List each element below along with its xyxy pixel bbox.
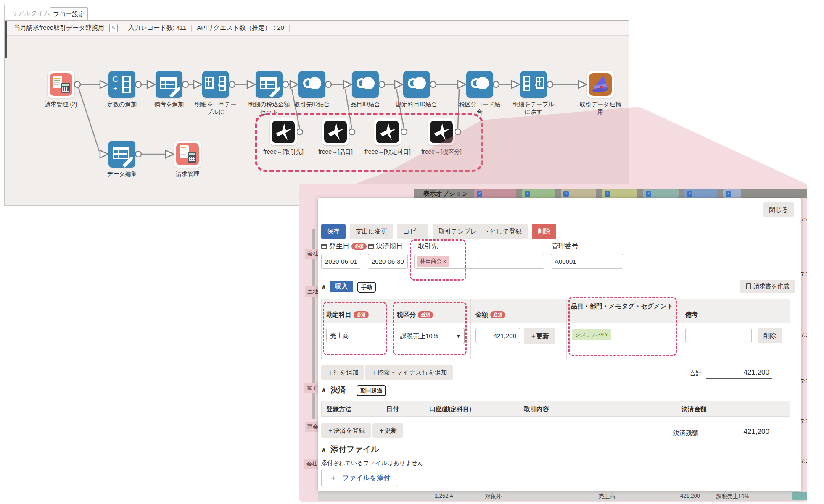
- amount-column-header: 金額 必須: [475, 311, 505, 319]
- required-badge: 必須: [490, 311, 505, 318]
- note-input[interactable]: [685, 328, 752, 343]
- close-button[interactable]: 閉じる: [763, 202, 794, 217]
- plus-icon: ＋: [329, 472, 337, 483]
- divider: [782, 491, 782, 501]
- save-button[interactable]: 保存: [321, 224, 346, 239]
- partner-label: 取引先: [418, 242, 438, 251]
- checkbox-icon: ✓: [477, 191, 482, 197]
- filter-chip[interactable]: ✓: [602, 189, 637, 198]
- filter-chip[interactable]: ✓: [522, 189, 555, 198]
- partner-tag[interactable]: 林田商会 x: [417, 256, 449, 267]
- collapse-settlement-icon[interactable]: ∧: [321, 386, 326, 394]
- delete-row-button[interactable]: 削除: [758, 328, 782, 343]
- add-row-button[interactable]: ＋行を追加: [321, 365, 364, 380]
- filter-chip[interactable]: ✓: [643, 189, 679, 198]
- background-button: [792, 492, 807, 500]
- checkbox-icon: ✓: [726, 191, 731, 197]
- action-button-row: 保存 支出に変更 コピー 取引テンプレートとして登録 削除: [321, 224, 556, 239]
- background-fragment: 会社: [304, 459, 320, 469]
- attach-file-button[interactable]: ＋ ファイルを添付: [321, 469, 398, 487]
- due-date-input[interactable]: [368, 254, 408, 269]
- background-fragment: 7:3: [801, 378, 807, 384]
- flow-node-join-account-id[interactable]: 勘定科目ID結合: [403, 71, 430, 108]
- from-table-icon: →: [520, 71, 547, 98]
- background-table-row: 1,252,4 対象外 売上高 421,200 課税売上10%: [318, 491, 803, 501]
- update-item-button[interactable]: ＋更新: [524, 328, 555, 344]
- invoice-icon: [48, 71, 74, 98]
- background-fragment: 7:3: [801, 271, 807, 277]
- checkbox-icon: ✓: [646, 191, 651, 197]
- chevron-down-icon: ▾: [457, 332, 460, 340]
- selection-dashed-box: [255, 113, 483, 172]
- delete-button[interactable]: 削除: [532, 224, 556, 239]
- checkbox-icon: ✓: [525, 191, 530, 197]
- register-template-button[interactable]: 取引テンプレートとして登録: [433, 224, 528, 239]
- filter-chip[interactable]: ✓: [561, 189, 596, 198]
- node-label: 請求管理 (2): [37, 100, 85, 108]
- node-label: 勘定科目ID結合: [393, 100, 440, 108]
- manual-badge: 手動: [357, 282, 376, 293]
- issue-date-input[interactable]: [321, 254, 361, 269]
- required-badge: 必須: [418, 311, 433, 318]
- total-label: 合計: [689, 370, 702, 378]
- divider: [706, 378, 772, 379]
- checkbox-icon: ✓: [605, 191, 610, 197]
- background-fragment: 7:3: [801, 418, 807, 424]
- settlement-remaining-value: 421,200: [710, 428, 769, 436]
- create-invoice-button[interactable]: 請求書を作成: [740, 280, 795, 293]
- divider: [470, 299, 471, 359]
- update-settlement-button[interactable]: ＋更新: [372, 423, 403, 438]
- filter-chip[interactable]: ✓: [684, 189, 717, 198]
- background-fragment: 電子: [304, 383, 320, 393]
- node-label: 請求管理: [164, 170, 211, 178]
- note-column-header: 備考: [685, 311, 698, 319]
- total-value: 421,200: [710, 368, 769, 377]
- flow-node-join-partner-id[interactable]: 取引先ID結合: [298, 71, 325, 108]
- transaction-modal: 閉じる 保存 支出に変更 コピー 取引テンプレートとして登録 削除 発生日 必須…: [318, 198, 801, 491]
- item-tag[interactable]: システム39 x: [572, 329, 611, 340]
- filter-chip[interactable]: ✓: [474, 189, 516, 198]
- flow-node-add-constant[interactable]: 定数の追加: [108, 71, 135, 108]
- register-settlement-button[interactable]: ＋決済を登録: [321, 423, 371, 438]
- calendar-icon: [321, 244, 327, 249]
- collapse-attachments-icon[interactable]: ∧: [321, 446, 326, 454]
- account-input[interactable]: [326, 328, 385, 343]
- flow-node-detail-to-table[interactable]: → 明細を一旦テーブルに: [202, 71, 229, 116]
- amount-input[interactable]: [475, 328, 520, 343]
- flow-node-join-tax-code[interactable]: 税区分コード結合: [466, 71, 493, 116]
- background-cell: 421,200: [680, 493, 700, 499]
- collapse-income-icon[interactable]: ∧: [321, 283, 326, 291]
- checkbox-icon: ✓: [687, 191, 692, 197]
- copy-button[interactable]: コピー: [397, 224, 428, 239]
- join-icon: [403, 71, 430, 98]
- flow-node-data-edit[interactable]: データ編集: [108, 141, 135, 178]
- tax-select[interactable]: 課税売上10% ▾: [396, 328, 465, 344]
- income-section-badge: 収入: [330, 281, 353, 292]
- change-to-expense-button[interactable]: 支出に変更: [350, 224, 393, 239]
- income-table-header: [321, 299, 790, 323]
- control-number-input[interactable]: [551, 254, 623, 269]
- divider: [706, 438, 772, 438]
- settlement-title: 決済: [330, 385, 346, 395]
- filter-chip[interactable]: ✓: [723, 189, 741, 198]
- constant-icon: [108, 71, 135, 98]
- attachments-empty-text: 添付されているファイルはありません: [321, 459, 423, 467]
- flow-node-invoice-source[interactable]: 請求管理 (2): [48, 71, 74, 108]
- node-label: 品目ID結合: [342, 100, 389, 108]
- node-label: 取引先ID結合: [288, 100, 335, 108]
- flow-node-transaction-link[interactable]: 取引データ連携用: [587, 71, 614, 116]
- required-badge: 必須: [351, 243, 367, 250]
- flow-node-join-item-id[interactable]: 品目ID結合: [352, 71, 379, 108]
- join-icon: [466, 71, 493, 98]
- flow-node-set-tax-amount[interactable]: 明細の税込金額セット: [256, 71, 283, 116]
- background-fragment: 7:3: [801, 332, 807, 338]
- partner-input[interactable]: 林田商会 x: [414, 254, 544, 269]
- flow-node-invoice-target[interactable]: 請求管理: [174, 141, 201, 178]
- background-cell: 課税売上10%: [716, 493, 749, 500]
- add-deduction-row-button[interactable]: ＋控除・マイナス行を追加: [365, 365, 453, 380]
- flow-node-add-note[interactable]: 備考を追加: [156, 71, 182, 108]
- background-fragment: 7:3: [801, 458, 807, 464]
- flow-node-table-restore[interactable]: → 明細をテーブルに戻す: [520, 71, 547, 116]
- divider: [566, 299, 567, 359]
- background-cell: 売上高: [599, 493, 615, 500]
